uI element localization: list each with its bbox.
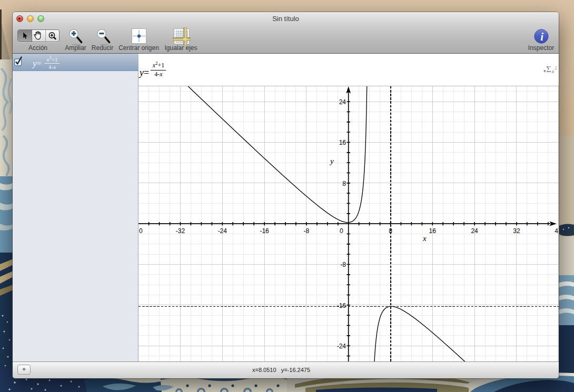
svg-text:32: 32 — [513, 227, 520, 235]
svg-text:8: 8 — [342, 180, 346, 187]
svg-text:16: 16 — [429, 227, 437, 235]
svg-text:16: 16 — [339, 139, 347, 146]
svg-text:-8: -8 — [304, 227, 310, 235]
svg-text:8: 8 — [389, 227, 392, 235]
svg-text:-32: -32 — [176, 227, 185, 235]
svg-text:i: i — [540, 31, 543, 43]
svg-text:-24: -24 — [218, 227, 227, 235]
svg-text:-8: -8 — [340, 261, 346, 268]
svg-text:x: x — [422, 234, 427, 243]
svg-text:-16: -16 — [337, 302, 347, 309]
svg-text:24: 24 — [339, 98, 347, 106]
svg-text:-16: -16 — [260, 227, 269, 235]
svg-text:y: y — [329, 157, 334, 165]
svg-text:24: 24 — [471, 227, 478, 235]
svg-text:-24: -24 — [337, 343, 347, 350]
svg-text:0: 0 — [340, 227, 343, 235]
svg-text:0: 0 — [139, 227, 143, 235]
svg-text:4: 4 — [555, 227, 558, 235]
